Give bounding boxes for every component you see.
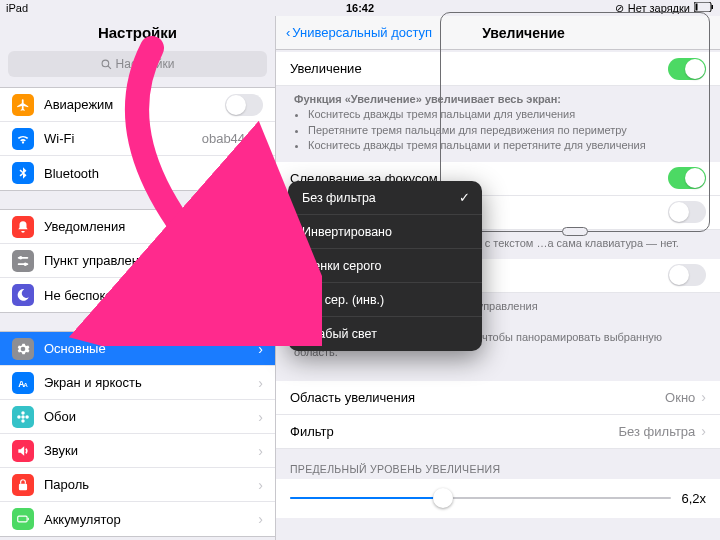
chevron-right-icon: › bbox=[258, 287, 263, 303]
search-icon bbox=[101, 59, 112, 70]
max-zoom-label: ПРЕДЕЛЬНЫЙ УРОВЕНЬ УВЕЛИЧЕНИЯ bbox=[276, 449, 720, 479]
filter-label: Фильтр bbox=[290, 424, 619, 439]
clock: 16:42 bbox=[346, 2, 374, 14]
svg-point-12 bbox=[21, 411, 25, 415]
row-zoom[interactable]: Увеличение bbox=[276, 52, 720, 86]
sidebar-item-label: Уведомления bbox=[44, 219, 258, 234]
sidebar-item-label: Экран и яркость bbox=[44, 375, 258, 390]
filter-option-grayscale-inv[interactable]: нки сер. (инв.) bbox=[288, 283, 482, 317]
chevron-right-icon: › bbox=[258, 375, 263, 391]
battery-icon bbox=[694, 2, 714, 14]
filter-option-lowlight[interactable]: Слабый свет bbox=[288, 317, 482, 351]
filter-popover: Без фильтра ✓ Инвертировано ттенки серог… bbox=[288, 181, 482, 351]
chevron-left-icon: ‹ bbox=[286, 25, 290, 40]
wifi-icon bbox=[12, 128, 34, 150]
status-right: ⊘ Нет зарядки bbox=[615, 2, 714, 15]
keyboard-toggle[interactable] bbox=[668, 201, 706, 223]
sidebar-item-control-center[interactable]: Пункт управления › bbox=[0, 244, 275, 278]
sidebar-item-label: Bluetooth bbox=[44, 166, 217, 181]
sidebar-item-label: Обои bbox=[44, 409, 258, 424]
search-input[interactable]: Настройки bbox=[8, 51, 267, 77]
sidebar-item-dnd[interactable]: Не беспокоить › bbox=[0, 278, 275, 312]
sidebar-item-battery[interactable]: Аккумулятор › bbox=[0, 502, 275, 536]
chevron-right-icon: › bbox=[258, 477, 263, 493]
sidebar-group-3: Основные › AA Экран и яркость › Обои › З… bbox=[0, 331, 275, 537]
speaker-icon bbox=[12, 440, 34, 462]
bluetooth-icon bbox=[12, 162, 34, 184]
sidebar-item-notifications[interactable]: Уведомления › bbox=[0, 210, 275, 244]
settings-sidebar: Настройки Настройки Авиарежим Wi-Fi obab… bbox=[0, 16, 276, 540]
wifi-value: obab444 bbox=[202, 131, 253, 146]
row-max-zoom: 6,2x bbox=[276, 479, 720, 518]
chevron-right-icon: › bbox=[258, 253, 263, 269]
sidebar-item-label: Не беспокоить bbox=[44, 288, 258, 303]
sidebar-item-label: Аккумулятор bbox=[44, 512, 258, 527]
zoom-label: Увеличение bbox=[290, 61, 668, 76]
detail-nav: ‹ Универсальный доступ Увеличение bbox=[276, 16, 720, 50]
bluetooth-value: Выкл. bbox=[217, 166, 252, 181]
chevron-right-icon: › bbox=[701, 389, 706, 405]
bell-icon bbox=[12, 216, 34, 238]
sidebar-item-display[interactable]: AA Экран и яркость › bbox=[0, 366, 275, 400]
charge-label: Нет зарядки bbox=[628, 2, 690, 14]
zoom-description: Функция «Увеличение» увеличивает весь эк… bbox=[276, 86, 720, 162]
max-zoom-slider[interactable] bbox=[290, 497, 671, 499]
row-zoom-region[interactable]: Область увеличения Окно › bbox=[276, 381, 720, 415]
row-filter[interactable]: Фильтр Без фильтра › bbox=[276, 415, 720, 449]
sidebar-item-airplane[interactable]: Авиарежим bbox=[0, 88, 275, 122]
aa-icon: AA bbox=[12, 372, 34, 394]
switches-icon bbox=[12, 250, 34, 272]
svg-point-13 bbox=[21, 419, 25, 423]
sidebar-group-1: Авиарежим Wi-Fi obab444 › Bluetooth Выкл… bbox=[0, 87, 275, 191]
chevron-right-icon: › bbox=[701, 423, 706, 439]
svg-point-8 bbox=[24, 262, 27, 266]
svg-point-14 bbox=[17, 415, 21, 419]
sidebar-item-label: Авиарежим bbox=[44, 97, 225, 112]
sidebar-item-label: Основные bbox=[44, 341, 258, 356]
filter-option-none[interactable]: Без фильтра ✓ bbox=[288, 181, 482, 215]
filter-value: Без фильтра bbox=[619, 424, 696, 439]
zoom-toggle[interactable] bbox=[668, 58, 706, 80]
svg-text:A: A bbox=[24, 381, 29, 387]
chevron-right-icon: › bbox=[258, 341, 263, 357]
check-icon: ✓ bbox=[459, 190, 470, 205]
chevron-right-icon: › bbox=[258, 409, 263, 425]
sidebar-item-wallpaper[interactable]: Обои › bbox=[0, 400, 275, 434]
chevron-right-icon: › bbox=[258, 511, 263, 527]
svg-rect-1 bbox=[712, 5, 714, 9]
sidebar-item-wifi[interactable]: Wi-Fi obab444 › bbox=[0, 122, 275, 156]
chevron-right-icon: › bbox=[258, 131, 263, 147]
detail-title: Увеличение bbox=[482, 25, 565, 41]
sidebar-item-passcode[interactable]: Пароль › bbox=[0, 468, 275, 502]
lock-icon bbox=[12, 474, 34, 496]
sidebar-item-general[interactable]: Основные › bbox=[0, 332, 275, 366]
max-zoom-value: 6,2x bbox=[681, 491, 706, 506]
svg-point-3 bbox=[102, 60, 109, 67]
svg-rect-16 bbox=[19, 483, 27, 489]
airplane-toggle[interactable] bbox=[225, 94, 263, 116]
controller-toggle[interactable] bbox=[668, 264, 706, 286]
sidebar-group-2: Уведомления › Пункт управления › Не бесп… bbox=[0, 209, 275, 313]
svg-point-11 bbox=[21, 415, 25, 419]
follow-toggle[interactable] bbox=[668, 167, 706, 189]
back-label: Универсальный доступ bbox=[292, 25, 432, 40]
sidebar-item-sounds[interactable]: Звуки › bbox=[0, 434, 275, 468]
filter-option-grayscale[interactable]: ттенки серого bbox=[288, 249, 482, 283]
svg-line-4 bbox=[108, 66, 111, 69]
gear-icon bbox=[12, 338, 34, 360]
chevron-right-icon: › bbox=[258, 443, 263, 459]
battery-icon bbox=[12, 508, 34, 530]
sidebar-item-label: Пункт управления bbox=[44, 253, 258, 268]
svg-point-7 bbox=[19, 256, 23, 259]
moon-icon bbox=[12, 284, 34, 306]
chevron-right-icon: › bbox=[258, 219, 263, 235]
nocharge-icon: ⊘ bbox=[615, 2, 624, 15]
sidebar-item-label: Wi-Fi bbox=[44, 131, 202, 146]
status-bar: iPad 16:42 ⊘ Нет зарядки bbox=[0, 0, 720, 16]
page-title: Настройки bbox=[0, 16, 275, 51]
filter-option-inverted[interactable]: Инвертировано bbox=[288, 215, 482, 249]
back-button[interactable]: ‹ Универсальный доступ bbox=[286, 25, 432, 40]
sidebar-item-bluetooth[interactable]: Bluetooth Выкл. › bbox=[0, 156, 275, 190]
svg-rect-17 bbox=[18, 516, 27, 522]
airplane-icon bbox=[12, 94, 34, 116]
